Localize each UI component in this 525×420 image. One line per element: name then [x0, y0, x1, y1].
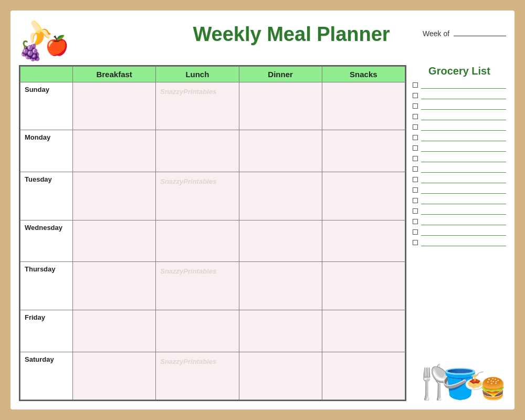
cell-saturday-breakfast[interactable]: [73, 352, 156, 400]
kitchen-decoration: 🍴 🥄 🪣 🍝 🍔: [413, 354, 506, 401]
grocery-line: [421, 239, 506, 246]
grocery-item: [413, 207, 506, 215]
day-label: Monday: [20, 130, 73, 172]
grocery-checkbox[interactable]: [413, 82, 418, 88]
cell-thursday-breakfast[interactable]: [73, 262, 156, 310]
grocery-item: [413, 113, 506, 120]
grocery-checkbox[interactable]: [413, 187, 418, 193]
cell-saturday-snacks[interactable]: [322, 352, 405, 400]
grocery-checkbox[interactable]: [413, 124, 418, 130]
meal-planner-table: Breakfast Lunch Dinner Snacks SundaySnaz…: [19, 65, 406, 401]
grocery-item: [413, 144, 506, 152]
cell-thursday-lunch[interactable]: SnazzyPrintables: [156, 262, 239, 310]
grocery-checkbox[interactable]: [413, 114, 418, 119]
cell-sunday-lunch[interactable]: SnazzyPrintables: [156, 82, 239, 130]
grocery-checkbox[interactable]: [413, 240, 418, 245]
cell-thursday-dinner[interactable]: [239, 262, 322, 310]
col-header-day: [20, 67, 73, 82]
grocery-item: [413, 218, 506, 225]
week-of-area: Week of: [423, 29, 506, 38]
grocery-checkbox[interactable]: [413, 198, 418, 203]
cell-friday-lunch[interactable]: [156, 310, 239, 352]
grocery-checkbox[interactable]: [413, 103, 418, 109]
cell-wednesday-dinner[interactable]: [239, 220, 322, 262]
cell-monday-breakfast[interactable]: [73, 130, 156, 172]
cell-friday-breakfast[interactable]: [73, 310, 156, 352]
grocery-checkbox[interactable]: [413, 208, 418, 214]
grocery-item: [413, 102, 506, 110]
col-header-dinner: Dinner: [239, 67, 322, 82]
cell-saturday-dinner[interactable]: [239, 352, 322, 400]
table-row: SaturdaySnazzyPrintables: [20, 352, 405, 400]
cell-tuesday-snacks[interactable]: [322, 172, 405, 220]
grocery-line: [421, 186, 506, 194]
col-header-breakfast: Breakfast: [73, 67, 156, 82]
cell-monday-snacks[interactable]: [322, 130, 405, 172]
grocery-checkbox[interactable]: [413, 145, 418, 151]
day-label: Tuesday: [20, 172, 73, 220]
grocery-line: [421, 218, 506, 225]
table-row: ThursdaySnazzyPrintables: [20, 262, 405, 310]
col-header-snacks: Snacks: [322, 67, 405, 82]
table-row: Wednesday: [20, 220, 405, 262]
cell-tuesday-dinner[interactable]: [239, 172, 322, 220]
grocery-checkbox[interactable]: [413, 93, 418, 98]
cell-wednesday-breakfast[interactable]: [73, 220, 156, 262]
grocery-checkbox[interactable]: [413, 177, 418, 182]
cell-sunday-dinner[interactable]: [239, 82, 322, 130]
table-header-row: Breakfast Lunch Dinner Snacks: [20, 67, 405, 82]
grocery-section: Grocery List 🍴 🥄 🪣 🍝 🍔: [413, 65, 506, 401]
grocery-line: [421, 144, 506, 152]
page: 🍌 🍎 🍇 Weekly Meal Planner Week of Breakf…: [10, 10, 514, 410]
cell-friday-snacks[interactable]: [322, 310, 405, 352]
cell-friday-dinner[interactable]: [239, 310, 322, 352]
day-label: Friday: [20, 310, 73, 352]
grocery-line: [421, 197, 506, 204]
main-content: Breakfast Lunch Dinner Snacks SundaySnaz…: [19, 65, 506, 401]
cell-thursday-snacks[interactable]: [322, 262, 405, 310]
cell-monday-dinner[interactable]: [239, 130, 322, 172]
grocery-item: [413, 155, 506, 162]
grocery-item: [413, 176, 506, 183]
grocery-line: [421, 81, 506, 89]
planner-table: Breakfast Lunch Dinner Snacks SundaySnaz…: [20, 66, 405, 400]
grocery-item: [413, 228, 506, 236]
grocery-line: [421, 176, 506, 183]
grocery-checkbox[interactable]: [413, 229, 418, 235]
cell-tuesday-lunch[interactable]: SnazzyPrintables: [156, 172, 239, 220]
grocery-line: [421, 134, 506, 141]
grocery-checkbox[interactable]: [413, 219, 418, 224]
grocery-checkbox[interactable]: [413, 135, 418, 140]
burger-icon: 🍔: [480, 376, 506, 401]
cell-wednesday-snacks[interactable]: [322, 220, 405, 262]
grocery-checkbox[interactable]: [413, 156, 418, 161]
cell-tuesday-breakfast[interactable]: [73, 172, 156, 220]
grocery-checkbox[interactable]: [413, 166, 418, 172]
week-of-label: Week of: [423, 29, 449, 38]
cell-monday-lunch[interactable]: [156, 130, 239, 172]
day-label: Sunday: [20, 82, 73, 130]
grocery-item: [413, 92, 506, 99]
table-row: Monday: [20, 130, 405, 172]
cell-sunday-breakfast[interactable]: [73, 82, 156, 130]
grocery-line: [421, 123, 506, 131]
grocery-item: [413, 197, 506, 204]
grocery-item: [413, 81, 506, 89]
day-label: Thursday: [20, 262, 73, 310]
cell-wednesday-lunch[interactable]: [156, 220, 239, 262]
grocery-line: [421, 102, 506, 110]
grocery-item: [413, 186, 506, 194]
grocery-line: [421, 207, 506, 215]
grocery-line: [421, 113, 506, 120]
cell-sunday-snacks[interactable]: [322, 82, 405, 130]
table-row: Friday: [20, 310, 405, 352]
table-row: SundaySnazzyPrintables: [20, 82, 405, 130]
grocery-title: Grocery List: [413, 65, 506, 77]
day-label: Saturday: [20, 352, 73, 400]
grocery-line: [421, 165, 506, 173]
grocery-list: [413, 81, 506, 350]
table-row: TuesdaySnazzyPrintables: [20, 172, 405, 220]
grocery-item: [413, 134, 506, 141]
week-of-input-line[interactable]: [454, 36, 506, 36]
cell-saturday-lunch[interactable]: SnazzyPrintables: [156, 352, 239, 400]
